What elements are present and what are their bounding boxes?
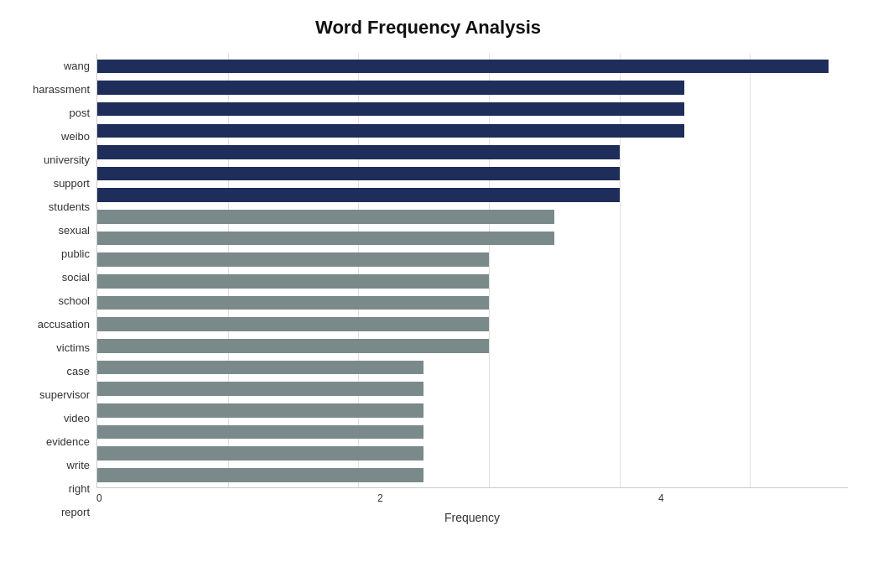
bar-row [97, 142, 848, 164]
y-label: public [61, 248, 90, 259]
bar [97, 124, 684, 138]
bar [97, 468, 424, 482]
y-label: case [67, 366, 90, 377]
bar [97, 210, 554, 224]
bar [97, 403, 424, 418]
bar [97, 361, 424, 375]
y-label: supervisor [39, 389, 90, 400]
y-label: write [67, 460, 90, 471]
bar [97, 188, 620, 202]
y-label: school [58, 295, 90, 306]
bar [97, 339, 489, 353]
bars-and-x: 0246810 Frequency [96, 54, 848, 524]
bar-row [97, 227, 848, 249]
bars-area [96, 54, 848, 488]
bar [97, 382, 424, 396]
bar [97, 252, 489, 267]
y-label: wang [64, 60, 90, 71]
y-label: accusation [38, 319, 90, 330]
bar-row [97, 464, 848, 486]
y-label: video [64, 413, 90, 424]
bar-row [97, 98, 848, 120]
chart-area: wangharassmentpostweibouniversitysupport… [8, 54, 848, 524]
bar [97, 317, 489, 331]
y-label: evidence [46, 436, 90, 447]
bar [97, 167, 620, 181]
y-label: post [69, 107, 90, 118]
bar-row [97, 292, 848, 314]
y-label: harassment [33, 84, 90, 95]
bar [97, 81, 684, 95]
x-axis: 0246810 [96, 488, 848, 504]
y-label: support [54, 178, 90, 189]
bar [97, 102, 684, 117]
bar-row [97, 77, 848, 99]
bar-row [97, 356, 848, 378]
y-label: sexual [58, 225, 90, 236]
y-label: university [44, 154, 90, 165]
bar-row [97, 443, 848, 465]
bar-row [97, 206, 848, 228]
bar [97, 274, 489, 289]
bar-row [97, 314, 848, 336]
bar [97, 446, 424, 461]
bar-row [97, 400, 848, 422]
bar-row [97, 185, 848, 206]
bar [97, 60, 829, 74]
y-label: right [69, 483, 90, 494]
y-label: social [62, 272, 90, 283]
bar-row [97, 55, 848, 77]
chart-container: Word Frequency Analysis wangharassmentpo… [0, 0, 873, 588]
bar-row [97, 163, 848, 185]
bar-row [97, 336, 848, 357]
y-label: weibo [61, 131, 90, 142]
y-label: victims [56, 342, 90, 353]
y-label: students [49, 201, 90, 212]
y-axis: wangharassmentpostweibouniversitysupport… [8, 54, 96, 524]
chart-title: Word Frequency Analysis [8, 17, 848, 39]
x-axis-label: Frequency [96, 511, 848, 524]
bar-row [97, 120, 848, 142]
bar-row [97, 249, 848, 271]
bar [97, 296, 489, 310]
y-label: report [61, 507, 90, 518]
bar [97, 425, 424, 440]
bar-row [97, 271, 848, 293]
bars-wrapper [97, 54, 848, 487]
bar [97, 232, 554, 246]
bar-row [97, 378, 848, 400]
bar [97, 145, 620, 159]
bar-row [97, 421, 848, 443]
